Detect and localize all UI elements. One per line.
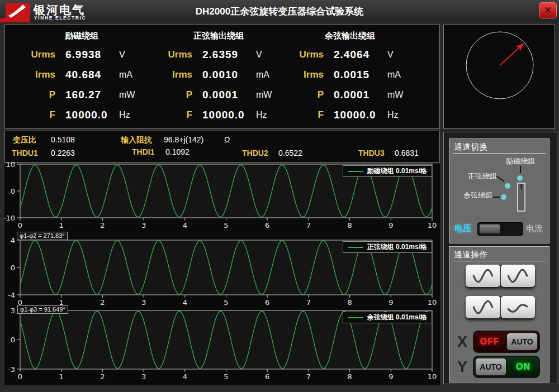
- y-on-button[interactable]: ON: [508, 357, 539, 377]
- freq-value: 10000.0: [65, 107, 108, 123]
- freq-label: F: [160, 107, 192, 123]
- legend-label: 励磁绕组 0.01ms/格: [367, 166, 427, 176]
- svg-text:0: 0: [11, 187, 15, 195]
- urms-label: Urms: [23, 46, 55, 63]
- phase-diff-annotation: φ1-φ3 = 91.649°: [17, 305, 68, 314]
- power-label: P: [23, 87, 55, 103]
- channel-indicator-dot[interactable]: [501, 194, 506, 200]
- close-button[interactable]: ✕: [539, 2, 557, 18]
- irms-label: Irms: [160, 66, 192, 83]
- freq-unit: Hz: [119, 107, 130, 123]
- channel-ops-title: 通道操作: [454, 250, 487, 260]
- urms-value: 2.4064: [334, 46, 369, 63]
- svg-text:3: 3: [141, 372, 146, 381]
- svg-text:0: 0: [11, 336, 15, 344]
- svg-text:4: 4: [183, 372, 187, 381]
- svg-text:5: 5: [224, 221, 228, 230]
- window-title: DH2000正余弦旋转变压器综合试验系统: [0, 5, 559, 18]
- group-divider: [453, 261, 546, 261]
- thdu1-label: THDU1: [12, 147, 38, 159]
- legend-line-icon: [348, 317, 363, 318]
- irms-value: 0.0010: [202, 66, 238, 83]
- waveform-button-row-1: [466, 265, 535, 287]
- svg-text:-4: -4: [8, 291, 15, 299]
- winding-header: 励磁绕组: [40, 31, 124, 41]
- winding-column-cosine: 余弦输出绕组 Urms2.4064V Irms0.0015mA P0.0001m…: [291, 25, 423, 130]
- y-axis-rocker: AUTO ON: [473, 356, 540, 378]
- winding-header: 余弦输出绕组: [308, 31, 392, 41]
- theta-needle-icon: [498, 41, 527, 68]
- freq-unit: Hz: [256, 107, 267, 123]
- svg-text:2: 2: [100, 372, 105, 381]
- svg-text:-10: -10: [4, 214, 15, 222]
- thdu3-label: THDU3: [358, 147, 385, 159]
- x-auto-button[interactable]: AUTO: [506, 333, 538, 351]
- irms-value: 40.684: [65, 66, 101, 83]
- svg-text:3: 3: [141, 221, 146, 230]
- svg-text:6: 6: [265, 221, 269, 230]
- x-auto-label: AUTO: [511, 337, 533, 346]
- waveform-chart-excitation: 100-10012345678910 励磁绕组 0.01ms/格: [4, 160, 443, 230]
- urms-unit: V: [256, 46, 262, 63]
- waveform-button-row-2: [466, 296, 535, 318]
- y-on-label: ON: [516, 362, 530, 372]
- logo-strip: [0, 18, 30, 22]
- svg-text:6: 6: [265, 372, 269, 381]
- irms-value: 0.0015: [334, 66, 369, 83]
- irms-label: Irms: [23, 66, 55, 83]
- svg-text:7: 7: [306, 372, 311, 381]
- x-off-button[interactable]: OFF: [474, 332, 505, 352]
- waveform-chart-cosine: 30-3012345678910 φ1-φ3 = 91.649° 余弦绕组 0.…: [4, 303, 443, 386]
- winding-header: 正弦输出绕组: [177, 31, 260, 41]
- x-axis-rocker: OFF AUTO: [473, 331, 540, 353]
- close-icon: ✕: [544, 5, 552, 16]
- freq-label: F: [23, 107, 55, 123]
- svg-text:4: 4: [183, 221, 187, 230]
- svg-text:1: 1: [59, 372, 64, 381]
- svg-text:10: 10: [428, 372, 437, 381]
- phase-dial-panel: Θ42.394: [443, 25, 555, 129]
- svg-text:0: 0: [18, 221, 22, 230]
- channel-indicator-dot[interactable]: [505, 183, 510, 189]
- svg-text:2: 2: [100, 221, 105, 230]
- freq-unit: Hz: [387, 107, 399, 123]
- waveform-button[interactable]: [501, 265, 536, 287]
- irms-label: Irms: [291, 66, 324, 83]
- svg-text:0: 0: [18, 372, 22, 381]
- control-sidebar: 通道切换 励磁绕组 正弦绕组 余弦绕组 电压 电流 通道操作: [443, 132, 557, 384]
- urms-value: 2.6359: [202, 46, 238, 63]
- svg-text:8: 8: [347, 221, 352, 230]
- current-label: 电流: [526, 223, 543, 234]
- waveform-button[interactable]: [466, 265, 500, 287]
- channel-indicator-dot[interactable]: [517, 175, 523, 181]
- svg-text:10: 10: [428, 221, 437, 230]
- svg-text:7: 7: [306, 221, 311, 230]
- chart-legend: 正弦绕组 0.01ms/格: [343, 241, 432, 253]
- winding-column-excitation: 励磁绕组 Urms6.9938V Irms40.684mA P160.27mW …: [23, 25, 154, 130]
- power-label: P: [160, 87, 192, 103]
- y-auto-button[interactable]: AUTO: [475, 358, 506, 376]
- power-value: 160.27: [65, 87, 101, 103]
- waveform-chart-sine: 40-4012345678910 φ1-φ2 = 271.83° 正弦绕组 0.…: [4, 230, 443, 307]
- impedance-value: 96.8+j(142): [164, 134, 203, 145]
- irms-unit: mA: [119, 66, 132, 83]
- measurement-panel: 励磁绕组 Urms6.9938V Irms40.684mA P160.27mW …: [4, 25, 440, 129]
- power-value: 0.0001: [202, 87, 238, 103]
- thdu2-label: THDU2: [242, 147, 268, 159]
- waveform-button[interactable]: [466, 296, 500, 318]
- thdu1-value: 0.2263: [51, 147, 75, 159]
- x-off-label: OFF: [480, 337, 500, 347]
- ratio-label: 变压比: [13, 134, 36, 145]
- chart-legend: 余弦绕组 0.01ms/格: [343, 312, 432, 323]
- thdi1-label: THDI1: [132, 146, 154, 157]
- ratio-value: 0.5108: [51, 134, 75, 145]
- winding-column-sine: 正弦输出绕组 Urms2.6359V Irms0.0010mA P0.0001m…: [160, 25, 291, 130]
- voltage-current-toggle[interactable]: [477, 222, 523, 236]
- urms-unit: V: [119, 46, 125, 63]
- impedance-label: 输入阻抗: [121, 134, 152, 145]
- toggle-knob[interactable]: [479, 224, 500, 234]
- chart-legend: 励磁绕组 0.01ms/格: [343, 165, 432, 177]
- urms-label: Urms: [160, 46, 192, 63]
- svg-text:-3: -3: [8, 365, 15, 374]
- waveform-button[interactable]: [501, 296, 536, 318]
